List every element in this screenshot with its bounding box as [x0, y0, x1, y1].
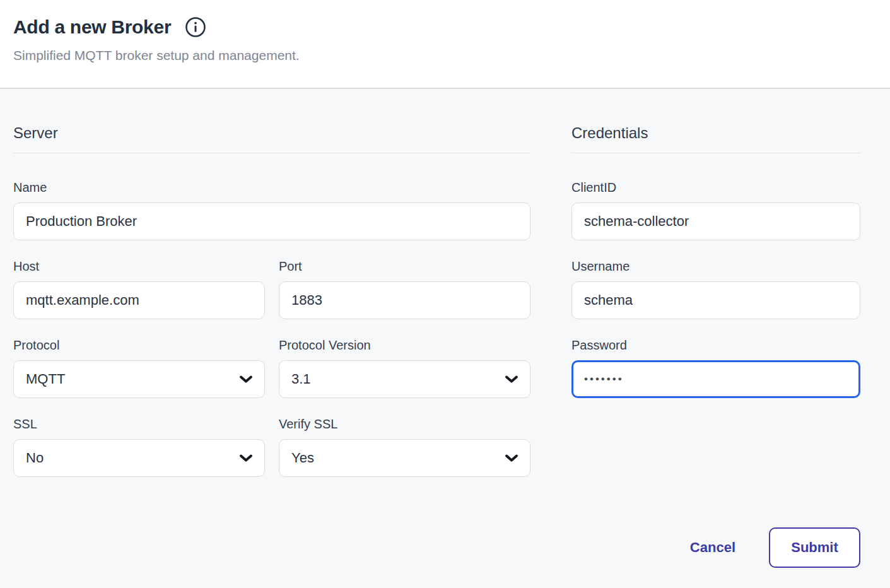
- password-label: Password: [571, 338, 860, 353]
- name-label: Name: [13, 180, 530, 195]
- server-section-divider: [13, 153, 530, 153]
- protocol-selected-value: MQTT: [26, 371, 65, 387]
- credentials-section-heading: Credentials: [571, 124, 860, 143]
- page-title: Add a new Broker: [13, 16, 171, 38]
- ssl-field-group: SSL No: [13, 416, 265, 477]
- protocol-version-select[interactable]: 3.1: [279, 360, 530, 398]
- ssl-selected-value: No: [26, 450, 44, 466]
- password-input[interactable]: [571, 360, 860, 398]
- page-subtitle: Simplified MQTT broker setup and managem…: [13, 48, 877, 63]
- info-circle-icon[interactable]: [185, 16, 206, 38]
- server-section: Server Name Host Port Protocol MQTT: [13, 124, 530, 495]
- protocol-label: Protocol: [13, 338, 265, 353]
- ssl-select[interactable]: No: [13, 439, 265, 477]
- protocol-field-group: Protocol MQTT: [13, 338, 265, 398]
- client-id-input[interactable]: [571, 203, 860, 240]
- password-field-group: Password: [571, 338, 860, 398]
- credentials-section-divider: [571, 153, 860, 153]
- form-actions: Cancel Submit: [571, 527, 860, 588]
- credentials-section: Credentials ClientID Username Password C…: [571, 124, 860, 588]
- chevron-down-icon: [239, 454, 253, 462]
- client-id-field-group: ClientID: [571, 180, 860, 240]
- protocol-version-selected-value: 3.1: [291, 371, 311, 387]
- verify-ssl-field-group: Verify SSL Yes: [279, 416, 530, 477]
- page-header: Add a new Broker Simplified MQTT broker …: [0, 0, 890, 89]
- client-id-label: ClientID: [571, 180, 860, 195]
- verify-ssl-selected-value: Yes: [291, 450, 314, 466]
- protocol-select[interactable]: MQTT: [13, 360, 265, 398]
- host-field-group: Host: [13, 259, 265, 319]
- port-label: Port: [279, 259, 530, 274]
- port-field-group: Port: [279, 259, 530, 319]
- port-input[interactable]: [279, 281, 530, 319]
- chevron-down-icon: [505, 454, 518, 462]
- chevron-down-icon: [505, 375, 518, 384]
- verify-ssl-label: Verify SSL: [279, 416, 530, 432]
- username-field-group: Username: [571, 259, 860, 319]
- host-label: Host: [13, 259, 265, 274]
- ssl-label: SSL: [13, 416, 265, 432]
- verify-ssl-select[interactable]: Yes: [279, 439, 530, 477]
- cancel-button[interactable]: Cancel: [690, 539, 735, 556]
- submit-button[interactable]: Submit: [769, 527, 860, 568]
- name-input[interactable]: [13, 203, 530, 240]
- broker-form: Server Name Host Port Protocol MQTT: [0, 89, 890, 588]
- protocol-version-field-group: Protocol Version 3.1: [279, 338, 530, 398]
- server-section-heading: Server: [13, 124, 530, 143]
- host-input[interactable]: [13, 281, 265, 319]
- name-field-group: Name: [13, 180, 530, 240]
- username-input[interactable]: [571, 281, 860, 319]
- chevron-down-icon: [239, 375, 253, 384]
- username-label: Username: [571, 259, 860, 274]
- protocol-version-label: Protocol Version: [279, 338, 530, 353]
